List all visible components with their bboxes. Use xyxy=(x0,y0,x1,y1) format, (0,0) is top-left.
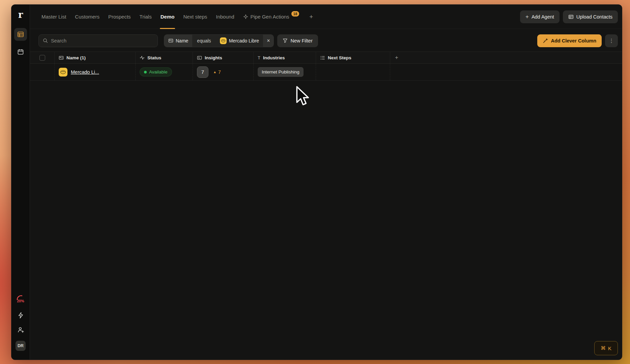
desktop: { "app": { "accent": "#E7A13B", "logo": … xyxy=(0,0,630,364)
upload-contacts-button[interactable]: Upload Contacts xyxy=(563,10,618,23)
active-filter-chip: Name equals Mercado Libre × xyxy=(164,34,274,47)
new-filter-label: New Filter xyxy=(290,38,312,43)
row-name-cell[interactable]: Mercado Li... xyxy=(55,64,136,80)
search-box[interactable] xyxy=(38,34,158,47)
column-header-status[interactable]: Status xyxy=(136,52,193,63)
person-add-icon xyxy=(17,326,24,333)
row-next-steps-cell[interactable] xyxy=(316,64,390,80)
table-view-icon xyxy=(17,31,24,38)
calendar-icon xyxy=(17,48,24,56)
contact-card-icon xyxy=(568,14,574,20)
sidebar-item-automations[interactable] xyxy=(17,312,24,319)
sidebar: r xyxy=(11,5,30,360)
add-agent-button[interactable]: + Add Agent xyxy=(520,10,560,23)
sidebar-item-invite[interactable] xyxy=(17,326,24,333)
row-select-cell xyxy=(30,64,55,80)
sidebar-item-table-view[interactable] xyxy=(14,28,27,41)
select-all-cell xyxy=(30,52,55,63)
column-header-name[interactable]: Name (1) xyxy=(55,52,136,63)
command-icon: ⌘ xyxy=(601,345,606,351)
column-header-insights[interactable]: Insights xyxy=(193,52,254,63)
filter-field-label: Name xyxy=(176,38,188,43)
checklist-icon xyxy=(320,55,325,60)
command-k-button[interactable]: ⌘ K xyxy=(594,341,618,355)
tabs: Master List Customers Prospects Trials D… xyxy=(41,5,313,29)
select-all-checkbox[interactable] xyxy=(39,55,45,61)
pulse-icon xyxy=(140,55,145,60)
filter-value-label: Mercado Libre xyxy=(229,38,259,43)
status-label: Available xyxy=(149,69,168,74)
plus-icon: + xyxy=(525,13,529,20)
sidebar-item-calendar[interactable] xyxy=(14,46,27,58)
remove-filter-button[interactable]: × xyxy=(263,35,274,47)
main-area: Master List Customers Prospects Trials D… xyxy=(30,5,622,360)
filter-field-segment[interactable]: Name xyxy=(164,35,192,47)
filter-operator-segment[interactable]: equals xyxy=(192,35,216,47)
tab-inbound[interactable]: Inbound xyxy=(216,5,234,29)
card-icon xyxy=(197,55,202,60)
status-badge: Available xyxy=(140,67,172,77)
new-filter-button[interactable]: New Filter xyxy=(277,34,318,47)
funnel-icon xyxy=(283,38,288,43)
tab-label: Customers xyxy=(75,14,99,20)
filter-bar: Name equals Mercado Libre × xyxy=(30,29,622,52)
tab-bar: Master List Customers Prospects Trials D… xyxy=(30,5,622,29)
industry-chip[interactable]: Internet Publishing xyxy=(258,67,304,77)
insights-delta: ▲ 7 xyxy=(213,69,221,75)
search-input[interactable] xyxy=(51,38,153,43)
column-header-industries[interactable]: T Industries xyxy=(254,52,316,63)
search-icon xyxy=(43,38,48,43)
add-clever-column-button[interactable]: Add Clever Column xyxy=(537,34,602,47)
app-window: r xyxy=(11,4,622,360)
row-industries-cell[interactable]: Internet Publishing xyxy=(254,64,316,80)
user-avatar[interactable]: DR xyxy=(16,341,26,351)
mercado-libre-logo-icon xyxy=(59,68,67,77)
column-label: Insights xyxy=(205,55,222,60)
table-empty-area xyxy=(30,81,622,360)
contact-card-icon xyxy=(59,55,64,60)
table-header: Name (1) Status Insights xyxy=(30,52,622,64)
record-name-link[interactable]: Mercado Li... xyxy=(71,69,99,75)
usage-gauge[interactable]: 20% xyxy=(16,295,25,303)
mercado-libre-logo-icon xyxy=(220,37,227,44)
column-header-next-steps[interactable]: Next Steps xyxy=(316,52,390,63)
contact-card-icon xyxy=(168,38,173,43)
tab-label: Inbound xyxy=(216,14,234,20)
row-status-cell[interactable]: Available xyxy=(136,64,193,80)
lightning-icon xyxy=(17,312,24,319)
triangle-up-icon: ▲ xyxy=(213,70,217,74)
tab-master-list[interactable]: Master List xyxy=(41,5,66,29)
status-dot-icon xyxy=(144,71,147,73)
add-agent-label: Add Agent xyxy=(532,14,554,20)
tab-count-badge: 18 xyxy=(291,11,299,17)
row-add-cell xyxy=(390,64,622,80)
more-options-button[interactable]: ⋮ xyxy=(605,34,618,47)
column-label: Industries xyxy=(263,55,285,60)
tab-label: Pipe Gen Actions xyxy=(251,14,289,20)
insights-delta-value: 7 xyxy=(218,69,221,75)
filter-value-segment[interactable]: Mercado Libre xyxy=(216,35,263,47)
tab-label: Prospects xyxy=(108,14,131,20)
tab-label: Next steps xyxy=(183,14,207,20)
usage-percent-label: 20% xyxy=(17,299,24,303)
upload-contacts-label: Upload Contacts xyxy=(576,14,612,20)
add-tab-button[interactable]: + xyxy=(309,5,313,29)
row-insights-cell[interactable]: 7 ▲ 7 xyxy=(193,64,254,80)
tab-customers[interactable]: Customers xyxy=(75,5,99,29)
app-logo: r xyxy=(18,10,23,19)
tab-next-steps[interactable]: Next steps xyxy=(183,5,207,29)
column-label: Name (1) xyxy=(66,55,86,60)
add-column-button[interactable]: + xyxy=(390,52,622,63)
insights-count-badge[interactable]: 7 xyxy=(197,66,208,78)
wand-sparkle-icon xyxy=(543,38,548,43)
tab-prospects[interactable]: Prospects xyxy=(108,5,131,29)
tab-label: Master List xyxy=(41,14,66,20)
column-label: Status xyxy=(147,55,161,60)
sparkle-icon xyxy=(243,14,248,19)
tab-trials[interactable]: Trials xyxy=(140,5,152,29)
tab-demo[interactable]: Demo xyxy=(161,5,175,29)
header-actions: + Add Agent Upload Contacts xyxy=(520,5,618,29)
tab-pipe-gen-actions[interactable]: Pipe Gen Actions 18 xyxy=(243,5,299,29)
text-icon: T xyxy=(258,55,260,60)
add-clever-column-label: Add Clever Column xyxy=(551,38,596,43)
